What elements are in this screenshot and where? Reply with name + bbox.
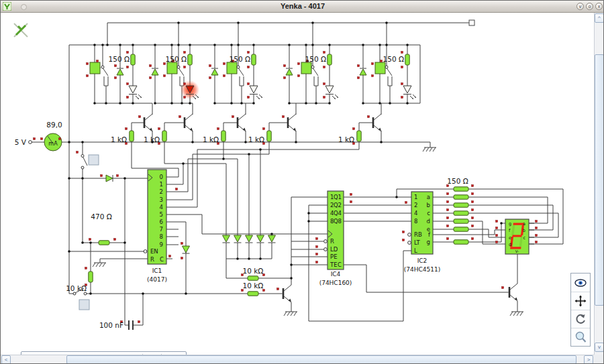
scroll-left-button[interactable]: < [1, 355, 11, 364]
led[interactable] [325, 86, 334, 93]
diode[interactable] [223, 235, 230, 242]
resistor[interactable] [267, 131, 271, 141]
flyback-diode[interactable] [152, 69, 158, 75]
transistor-3[interactable] [237, 114, 246, 131]
labels-layer: 5 V89,0mA470 Ω10 kΩ100 nF0123456789ENRCI… [15, 55, 526, 329]
diode[interactable] [246, 235, 253, 242]
maximize-button[interactable]: o [586, 3, 593, 10]
flyback-diode[interactable] [360, 69, 366, 75]
label: 2 [160, 188, 163, 195]
horizontal-scrollbar-thumb[interactable] [66, 355, 576, 364]
transistor-display[interactable] [509, 284, 517, 301]
flyback-diode[interactable] [286, 69, 293, 75]
led[interactable] [250, 86, 258, 93]
resistor[interactable] [188, 54, 192, 65]
label: C [160, 256, 164, 263]
wires-layer [32, 23, 563, 325]
resistor[interactable] [130, 131, 134, 141]
relay-coil[interactable] [167, 62, 177, 74]
clock-diode[interactable] [106, 175, 113, 182]
wire [291, 312, 293, 316]
state-marker [471, 184, 473, 186]
flyback-diode[interactable] [117, 69, 123, 75]
resistor[interactable] [454, 203, 468, 207]
relay-coil[interactable] [227, 62, 237, 74]
resistor[interactable] [454, 240, 468, 244]
state-marker [352, 127, 354, 129]
label: 1 kΩ [338, 135, 354, 143]
label: Q8 [334, 218, 342, 225]
junction-dot [288, 102, 291, 105]
diode[interactable] [257, 235, 264, 242]
transistor-reset[interactable] [283, 285, 291, 302]
state-marker [380, 60, 382, 62]
relay-switch[interactable] [311, 66, 314, 68]
resistor[interactable] [248, 276, 258, 280]
resistor[interactable] [357, 131, 361, 141]
clock-switch[interactable] [81, 155, 87, 170]
logic-indicator[interactable] [89, 155, 99, 165]
resistor[interactable] [405, 54, 409, 65]
logic-indicator[interactable] [79, 300, 89, 310]
wire [294, 312, 297, 316]
resistor[interactable] [248, 292, 258, 296]
resistor[interactable] [162, 131, 166, 141]
resistor[interactable] [89, 271, 93, 282]
scroll-down-button[interactable]: v [595, 343, 604, 352]
relay-coil[interactable] [90, 62, 100, 74]
state-marker [223, 62, 225, 64]
resistor[interactable] [131, 54, 135, 65]
resistor[interactable] [454, 187, 468, 191]
label: (74HC4511) [404, 266, 440, 273]
relay-switch[interactable] [101, 66, 104, 68]
diode[interactable] [234, 235, 242, 242]
wire [510, 312, 513, 316]
relay-switch[interactable] [177, 66, 180, 68]
diode[interactable] [268, 235, 276, 242]
relay-switch[interactable] [385, 66, 388, 68]
transistor-1[interactable] [144, 114, 152, 131]
magnifier-icon [574, 331, 587, 343]
state-marker [535, 220, 537, 222]
junction-dot [270, 233, 273, 235]
shade-button[interactable]: v [576, 3, 584, 10]
diode-output6[interactable] [183, 246, 190, 253]
zoom-tool-button[interactable] [571, 328, 590, 346]
transistor-2[interactable] [184, 114, 193, 131]
junction-dot [237, 21, 240, 24]
scroll-up-button[interactable]: ^ [595, 13, 604, 23]
label: 3 [160, 196, 163, 203]
visibility-tool-button[interactable] [571, 274, 590, 292]
schematic-canvas[interactable]: 5 V89,0mA470 Ω10 kΩ100 nF0123456789ENRCI… [1, 13, 594, 355]
transistor-5[interactable] [372, 114, 381, 131]
rotate-tool-button[interactable] [571, 310, 590, 328]
supply-terminal [29, 141, 32, 144]
relay-coil[interactable] [375, 62, 385, 74]
diode[interactable] [183, 246, 190, 253]
junction-dot [123, 241, 126, 244]
move-tool-button[interactable] [571, 292, 590, 310]
junction-dot [295, 141, 297, 143]
close-button[interactable]: x [595, 3, 603, 10]
led[interactable] [403, 86, 411, 93]
resistor[interactable] [221, 131, 225, 141]
scroll-right-button[interactable]: > [584, 355, 593, 364]
state-marker [495, 234, 497, 236]
relay-switch[interactable] [237, 66, 240, 68]
led[interactable] [129, 86, 137, 93]
flyback-diode[interactable] [211, 69, 218, 75]
resistor[interactable] [454, 219, 468, 223]
state-marker [371, 62, 373, 64]
vertical-scrollbar-thumb[interactable] [595, 54, 604, 306]
relay-coil[interactable] [301, 62, 311, 74]
transistor-4[interactable] [287, 114, 296, 131]
terminal-pad[interactable] [469, 20, 474, 25]
resistor[interactable] [328, 54, 332, 65]
eye-icon [574, 278, 587, 288]
resistor[interactable] [454, 227, 468, 231]
resistor[interactable] [99, 241, 109, 245]
titlebar[interactable]: Yenka - 4017 v o x [1, 1, 604, 13]
resistor[interactable] [454, 211, 468, 215]
resistor[interactable] [454, 195, 468, 199]
resistor[interactable] [252, 54, 256, 65]
